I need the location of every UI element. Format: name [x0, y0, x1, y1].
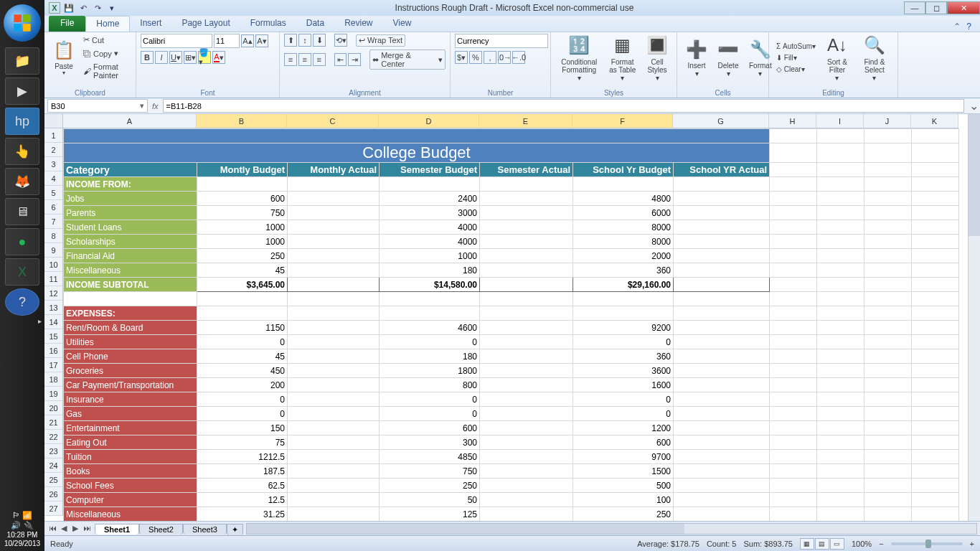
currency-icon[interactable]: $▾ [455, 51, 468, 64]
taskbar-help[interactable]: ? [5, 288, 39, 316]
horizontal-scrollbar[interactable] [246, 523, 977, 534]
increase-indent-icon[interactable]: ⇥ [348, 53, 361, 66]
page-break-view-icon[interactable]: ▭ [830, 538, 844, 550]
taskbar-app-hp[interactable]: hp [5, 108, 39, 135]
tray-icons[interactable]: 🏳 📶 [0, 511, 44, 520]
chevron-down-icon[interactable]: ▾ [140, 101, 144, 110]
row-headers[interactable]: 1234567891011121314151617181920212223242… [44, 128, 63, 521]
column-headers[interactable]: ABCDEFGHIJK [63, 114, 958, 128]
tab-view[interactable]: View [383, 16, 422, 32]
align-center-icon[interactable]: ≡ [298, 53, 311, 66]
next-sheet-icon[interactable]: ▶ [70, 524, 80, 533]
cut-button[interactable]: ✂ Cut [80, 34, 131, 46]
merge-center-button[interactable]: ⬌ Merge & Center ▾ [369, 50, 446, 70]
close-button[interactable]: ✕ [947, 1, 980, 14]
tab-review[interactable]: Review [334, 16, 382, 32]
expand-formula-bar-icon[interactable]: ⌄ [967, 98, 980, 113]
align-bottom-icon[interactable]: ⬇ [313, 34, 326, 47]
taskbar-app-explorer[interactable]: 📁 [5, 47, 39, 75]
sheet-tab-1[interactable]: Sheet1 [95, 524, 139, 534]
last-sheet-icon[interactable]: ⏭ [82, 524, 92, 533]
name-box[interactable]: B30▾ [47, 99, 148, 113]
font-name-select[interactable] [141, 34, 212, 48]
format-painter-button[interactable]: 🖌 Format Painter [80, 61, 131, 81]
normal-view-icon[interactable]: ▦ [800, 538, 814, 550]
minimize-ribbon-icon[interactable]: ⌃ [953, 22, 961, 32]
decrease-decimal-icon[interactable]: ←.0 [512, 51, 525, 64]
tab-insert[interactable]: Insert [130, 16, 171, 32]
help-icon[interactable]: ? [966, 22, 971, 32]
zoom-level[interactable]: 100% [852, 540, 872, 548]
taskbar-app-firefox[interactable]: 🦊 [5, 168, 39, 195]
first-sheet-icon[interactable]: ⏮ [47, 524, 57, 533]
zoom-slider[interactable] [891, 542, 963, 545]
increase-decimal-icon[interactable]: .0→ [498, 51, 511, 64]
redo-icon[interactable]: ↷ [92, 2, 103, 14]
new-sheet-button[interactable]: ✦ [227, 524, 243, 535]
taskbar-app-spotify[interactable]: ● [5, 228, 39, 255]
taskbar-app-monitor[interactable]: 🖥 [5, 198, 39, 225]
insert-cells-button[interactable]: ➕Insert▾ [682, 35, 712, 80]
decrease-font-icon[interactable]: A▾ [255, 34, 268, 47]
fill-button[interactable]: ⬇ Fill▾ [773, 52, 819, 63]
taskbar-app-media[interactable]: ▶ [5, 77, 39, 105]
tab-data[interactable]: Data [296, 16, 334, 32]
tab-file[interactable]: File [49, 16, 85, 32]
save-icon[interactable]: 💾 [63, 2, 75, 14]
prev-sheet-icon[interactable]: ◀ [59, 524, 69, 533]
clock-date[interactable]: 10/29/2013 [0, 540, 44, 547]
italic-button[interactable]: I [155, 51, 168, 64]
border-button[interactable]: ⊞▾ [184, 51, 197, 64]
font-size-select[interactable] [214, 34, 240, 48]
align-left-icon[interactable]: ≡ [284, 53, 297, 66]
start-button[interactable] [4, 4, 41, 42]
copy-button[interactable]: ⿻ Copy ▾ [80, 47, 131, 60]
decrease-indent-icon[interactable]: ⇤ [334, 53, 347, 66]
orientation-icon[interactable]: ⟲▾ [334, 34, 347, 47]
fx-icon[interactable]: fx [152, 102, 159, 110]
fill-color-button[interactable]: 🪣▾ [198, 51, 211, 64]
font-color-button[interactable]: A▾ [212, 51, 225, 64]
zoom-out-icon[interactable]: − [879, 540, 883, 548]
align-middle-icon[interactable]: ↕ [298, 34, 311, 47]
qat-dropdown-icon[interactable]: ▾ [106, 2, 118, 14]
select-all-corner[interactable] [44, 114, 63, 128]
taskbar-app-touch[interactable]: 👆 [5, 138, 39, 165]
tab-page-layout[interactable]: Page Layout [171, 16, 240, 32]
find-select-button[interactable]: 🔍Find & Select▾ [856, 32, 893, 84]
clock-time[interactable]: 10:28 PM [0, 531, 44, 539]
comma-icon[interactable]: , [484, 51, 496, 64]
bold-button[interactable]: B [141, 51, 154, 64]
align-right-icon[interactable]: ≡ [313, 53, 326, 66]
percent-icon[interactable]: % [469, 51, 482, 64]
maximize-button[interactable]: ◻ [925, 1, 947, 14]
minimize-button[interactable]: — [904, 1, 925, 14]
page-layout-view-icon[interactable]: ▤ [815, 538, 829, 550]
autosum-button[interactable]: Σ AutoSum▾ [773, 41, 819, 52]
window-title: Instructions Rough Draft - Microsoft Exc… [125, 3, 904, 13]
sort-filter-button[interactable]: A↓Sort & Filter▾ [820, 32, 854, 84]
cell-styles-button[interactable]: 🔳Cell Styles▾ [642, 32, 672, 84]
conditional-formatting-button[interactable]: 🔢Conditional Formatting▾ [555, 32, 603, 84]
underline-button[interactable]: U▾ [169, 51, 182, 64]
number-format-select[interactable] [455, 34, 548, 48]
clear-button[interactable]: ◇ Clear▾ [773, 64, 819, 75]
paste-button[interactable]: 📋Paste▾ [49, 36, 79, 79]
increase-font-icon[interactable]: A▴ [241, 34, 254, 47]
taskbar-app-excel[interactable]: X [5, 258, 39, 286]
tab-formulas[interactable]: Formulas [240, 16, 296, 32]
sheet-tab-2[interactable]: Sheet2 [139, 524, 183, 534]
zoom-in-icon[interactable]: + [970, 540, 974, 548]
formula-bar[interactable]: =B11-B28 [163, 99, 964, 113]
undo-icon[interactable]: ↶ [77, 2, 89, 14]
sheet-cells[interactable]: College BudgetCategoryMontly BudgetMonth… [63, 128, 959, 521]
align-top-icon[interactable]: ⬆ [284, 34, 297, 47]
format-as-table-button[interactable]: ▦Format as Table▾ [604, 32, 641, 84]
vertical-scrollbar[interactable] [968, 114, 980, 521]
delete-cells-button[interactable]: ➖Delete▾ [713, 35, 743, 80]
sheet-tab-3[interactable]: Sheet3 [183, 524, 227, 534]
tab-home[interactable]: Home [85, 16, 130, 32]
group-styles-label: Styles [555, 88, 672, 98]
wrap-text-button[interactable]: ↩ Wrap Text [356, 34, 405, 47]
tray-icons-2[interactable]: 🔊 🔌 [0, 521, 44, 530]
